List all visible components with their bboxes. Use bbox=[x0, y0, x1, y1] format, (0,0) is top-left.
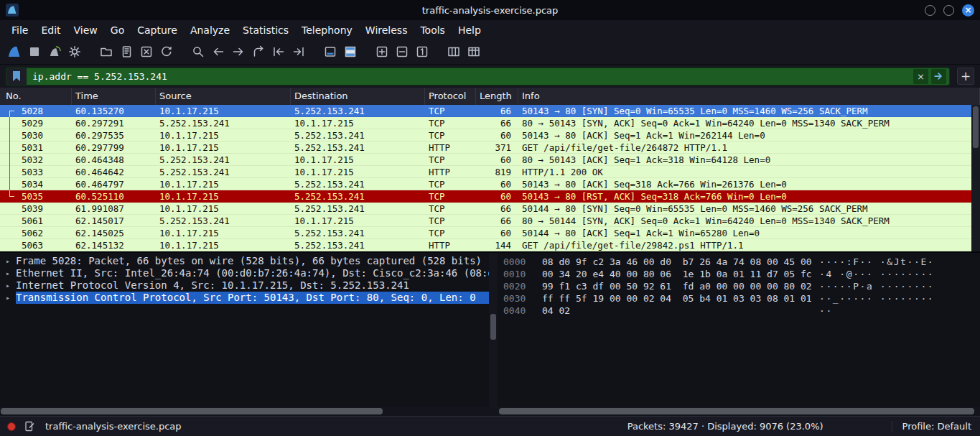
conversation-bracket bbox=[9, 166, 14, 178]
menu-statistics[interactable]: Statistics bbox=[236, 22, 295, 39]
resize-columns-icon[interactable] bbox=[444, 42, 464, 61]
scrollbar-gap bbox=[489, 407, 498, 416]
packet-row[interactable]: 5030 60.297535 10.1.17.215 5.252.153.241… bbox=[0, 129, 980, 142]
column-header-no[interactable]: No. bbox=[0, 88, 72, 105]
scrollbar-thumb[interactable] bbox=[973, 106, 979, 148]
wireshark-logo-icon bbox=[6, 4, 19, 17]
go-first-packet-icon[interactable] bbox=[269, 42, 289, 61]
hex-row[interactable]: 004004 02·· bbox=[503, 305, 980, 317]
zoom-original-icon[interactable] bbox=[412, 42, 432, 61]
packet-details-pane: ▸ Frame 5028: Packet, 66 bytes on wire (… bbox=[0, 253, 489, 407]
find-packet-icon[interactable] bbox=[188, 42, 208, 61]
zoom-in-icon[interactable] bbox=[372, 42, 392, 61]
column-header-length[interactable]: Length bbox=[476, 88, 518, 105]
hex-row[interactable]: 000008 d0 9f c2 3a 46 00 d0 b7 26 4a 74 … bbox=[503, 256, 980, 268]
menu-wireless[interactable]: Wireless bbox=[359, 22, 414, 39]
auto-scroll-icon[interactable] bbox=[320, 42, 340, 61]
expert-info-icon[interactable] bbox=[7, 422, 16, 431]
packet-row[interactable]: 5029 60.297291 5.252.153.241 10.1.17.215… bbox=[0, 117, 980, 129]
menu-telephony[interactable]: Telephony bbox=[295, 22, 359, 39]
details-hscrollbar[interactable] bbox=[0, 407, 489, 416]
packet-row[interactable]: 5061 62.145017 5.252.153.241 10.1.17.215… bbox=[0, 215, 980, 227]
filter-bookmark-icon[interactable] bbox=[6, 68, 27, 85]
packet-row[interactable]: 5033 60.464642 5.252.153.241 10.1.17.215… bbox=[0, 166, 980, 178]
packet-row[interactable]: 5035 60.525110 10.1.17.215 5.252.153.241… bbox=[0, 190, 980, 203]
filter-bar: ip.addr == 5.252.153.241 × + bbox=[0, 64, 980, 88]
expand-arrow-icon[interactable]: ▸ bbox=[0, 269, 16, 277]
menu-capture[interactable]: Capture bbox=[131, 22, 184, 39]
packet-row[interactable]: 5039 61.991087 10.1.17.215 5.252.153.241… bbox=[0, 203, 980, 215]
zoom-out-icon[interactable] bbox=[392, 42, 412, 61]
status-packet-counts: Packets: 39427 · Displayed: 9076 (23.0%) bbox=[627, 421, 823, 432]
menu-go[interactable]: Go bbox=[104, 22, 131, 39]
menu-tools[interactable]: Tools bbox=[414, 22, 452, 39]
menu-help[interactable]: Help bbox=[452, 22, 487, 39]
reload-file-icon[interactable] bbox=[157, 42, 177, 61]
filter-value[interactable]: ip.addr == 5.252.153.241 bbox=[27, 71, 913, 82]
filter-apply-icon[interactable] bbox=[931, 69, 946, 84]
detail-ip-line[interactable]: ▸ Internet Protocol Version 4, Src: 10.1… bbox=[0, 279, 489, 292]
expand-arrow-icon[interactable]: ▸ bbox=[0, 294, 16, 302]
display-filter-input[interactable]: ip.addr == 5.252.153.241 × bbox=[6, 68, 950, 85]
conversation-bracket bbox=[9, 129, 14, 142]
lower-panes: ▸ Frame 5028: Packet, 66 bytes on wire (… bbox=[0, 251, 980, 407]
packet-row[interactable]: 5062 62.145025 10.1.17.215 5.252.153.241… bbox=[0, 227, 980, 239]
open-file-icon[interactable] bbox=[96, 42, 116, 61]
layout-columns-icon[interactable] bbox=[464, 42, 484, 61]
close-button[interactable]: × bbox=[962, 4, 974, 17]
window-title: traffic-analysis-exercise.pcap bbox=[0, 5, 980, 16]
close-file-icon[interactable] bbox=[136, 42, 157, 61]
scrollbar-thumb[interactable] bbox=[490, 314, 496, 340]
hex-row[interactable]: 0030ff ff 5f 19 00 00 02 04 05 b4 01 03 … bbox=[503, 292, 980, 305]
menu-view[interactable]: View bbox=[67, 22, 104, 39]
stop-capture-icon[interactable] bbox=[24, 42, 45, 61]
column-header-info[interactable]: Info bbox=[518, 88, 980, 105]
title-bar: traffic-analysis-exercise.pcap × bbox=[0, 0, 980, 20]
column-header-time[interactable]: Time bbox=[72, 88, 156, 105]
go-to-packet-icon[interactable] bbox=[248, 42, 269, 61]
column-header-source[interactable]: Source bbox=[156, 88, 291, 105]
menu-edit[interactable]: Edit bbox=[34, 22, 67, 39]
colorize-packets-icon[interactable] bbox=[340, 42, 360, 61]
filter-clear-icon[interactable]: × bbox=[913, 69, 928, 84]
packet-list-vscrollbar[interactable] bbox=[971, 105, 980, 251]
detail-frame-line[interactable]: ▸ Frame 5028: Packet, 66 bytes on wire (… bbox=[0, 255, 489, 267]
save-file-icon[interactable] bbox=[116, 42, 136, 61]
go-forward-icon[interactable] bbox=[228, 42, 248, 61]
detail-tcp-line[interactable]: ▸ Transmission Control Protocol, Src Por… bbox=[0, 292, 489, 304]
packet-row[interactable]: 5034 60.464797 10.1.17.215 5.252.153.241… bbox=[0, 178, 980, 190]
status-profile[interactable]: Profile: Default bbox=[892, 421, 973, 432]
scrollbar-thumb[interactable] bbox=[1, 408, 383, 414]
detail-ethernet-line[interactable]: ▸ Ethernet II, Src: Intel_26:4a:74 (00:d… bbox=[0, 267, 489, 279]
start-capture-icon[interactable] bbox=[4, 42, 24, 61]
menu-file[interactable]: File bbox=[5, 22, 34, 39]
go-back-icon[interactable] bbox=[208, 42, 228, 61]
menu-bar: File Edit View Go Capture Analyze Statis… bbox=[0, 20, 980, 40]
go-last-packet-icon[interactable] bbox=[289, 42, 309, 61]
conversation-bracket bbox=[9, 111, 14, 117]
menu-analyze[interactable]: Analyze bbox=[184, 22, 236, 39]
packet-row[interactable]: 5031 60.297799 10.1.17.215 5.252.153.241… bbox=[0, 142, 980, 154]
wireshark-window: traffic-analysis-exercise.pcap × File Ed… bbox=[0, 0, 980, 436]
packet-row[interactable]: 5028 60.135270 10.1.17.215 5.252.153.241… bbox=[0, 105, 980, 117]
details-vscrollbar[interactable] bbox=[489, 253, 498, 407]
filter-add-button[interactable]: + bbox=[957, 68, 974, 85]
restart-capture-icon[interactable] bbox=[45, 42, 65, 61]
expand-arrow-icon[interactable]: ▸ bbox=[0, 257, 16, 265]
hex-row[interactable]: 002099 f1 c3 df 00 50 92 61 fd a0 00 00 … bbox=[503, 280, 980, 292]
column-header-destination[interactable]: Destination bbox=[291, 88, 425, 105]
hex-row[interactable]: 001000 34 20 e4 40 00 80 06 1e 1b 0a 01 … bbox=[503, 268, 980, 280]
packet-row[interactable]: 5032 60.464348 5.252.153.241 10.1.17.215… bbox=[0, 154, 980, 166]
horizontal-scrollbars bbox=[0, 407, 980, 416]
conversation-bracket bbox=[9, 154, 14, 166]
expand-arrow-icon[interactable]: ▸ bbox=[0, 282, 16, 289]
capture-comment-icon[interactable] bbox=[24, 421, 35, 432]
minimize-button[interactable] bbox=[925, 5, 935, 16]
capture-options-icon[interactable] bbox=[65, 42, 85, 61]
maximize-button[interactable] bbox=[943, 5, 954, 16]
hex-hscrollbar[interactable] bbox=[498, 407, 980, 416]
scrollbar-thumb[interactable] bbox=[499, 408, 974, 414]
packet-row[interactable]: 5063 62.145132 10.1.17.215 5.252.153.241… bbox=[0, 239, 980, 251]
column-header-protocol[interactable]: Protocol bbox=[425, 88, 476, 105]
packet-list-header: No. Time Source Destination Protocol Len… bbox=[0, 88, 980, 105]
